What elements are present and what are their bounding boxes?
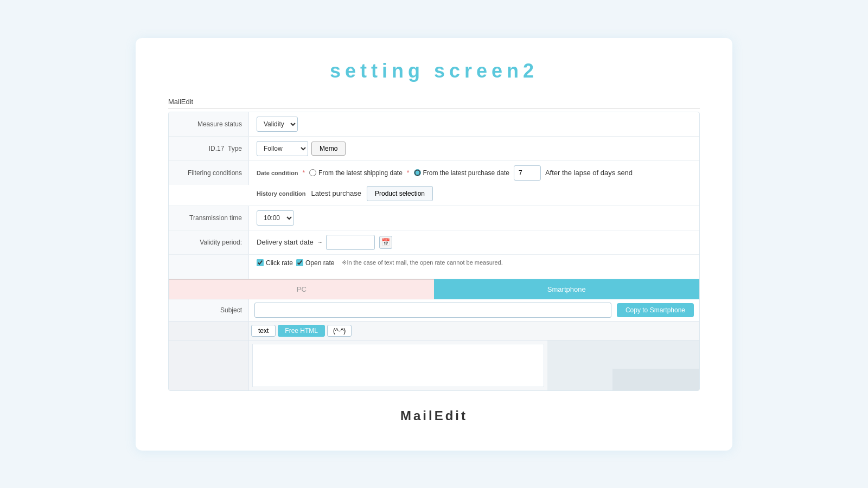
tilde: ~ <box>318 238 322 246</box>
editor-area <box>169 341 699 390</box>
bottom-label: MailEdit <box>168 408 700 423</box>
click-rate-label[interactable]: Click rate <box>257 259 293 267</box>
click-rate-text: Click rate <box>266 259 293 267</box>
measure-status-label: Measure status <box>169 112 249 136</box>
subject-label: Subject <box>169 299 249 321</box>
filtering-conditions-row: Filtering conditions Date condition * Fr… <box>169 161 699 206</box>
product-selection-button[interactable]: Product selection <box>367 186 433 201</box>
history-condition-label: History condition <box>257 190 305 197</box>
open-rate-note: ※In the case of text mail, the open rate… <box>342 259 502 266</box>
radio-purchase[interactable] <box>414 169 421 176</box>
radio-shipping[interactable] <box>309 169 316 176</box>
transmission-time-select[interactable]: 10:00 09:00 11:00 12:00 <box>257 210 294 226</box>
days-input[interactable] <box>514 165 541 181</box>
page-title: setting screen2 <box>168 60 700 82</box>
validity-end-input[interactable] <box>326 235 375 250</box>
id-type-content: Follow Newsletter Reminder Memo <box>249 137 699 160</box>
measure-status-content: Validity Invalid <box>249 112 699 136</box>
radio-shipping-label[interactable]: From the latest shipping date <box>309 169 403 177</box>
emoji-button[interactable]: (^-^) <box>327 325 352 337</box>
after-lapse-text: After the lapse of days send <box>545 169 633 177</box>
asterisk1: * <box>302 169 305 177</box>
latest-purchase-label: Latest purchase <box>311 189 361 197</box>
text-button[interactable]: text <box>251 325 276 337</box>
asterisk2: * <box>407 169 410 177</box>
validity-period-content: Delivery start date ~ 📅 <box>249 230 699 254</box>
id-type-row: ID.17 Type Follow Newsletter Reminder Me… <box>169 137 699 161</box>
editor-textarea[interactable] <box>252 344 544 387</box>
measure-status-select[interactable]: Validity Invalid <box>257 117 298 132</box>
id-label: ID.17 <box>209 145 225 152</box>
transmission-time-label: Transmission time <box>169 206 249 230</box>
copy-to-smartphone-button[interactable]: Copy to Smartphone <box>617 303 694 317</box>
rate-row: Click rate Open rate ※In the case of tex… <box>169 255 699 279</box>
rate-content: Click rate Open rate ※In the case of tex… <box>249 255 699 271</box>
click-rate-checkbox[interactable] <box>257 259 264 266</box>
delivery-start-date-label: Delivery start date <box>257 238 314 246</box>
date-condition-label: Date condition <box>257 170 298 176</box>
subject-input[interactable] <box>254 303 611 318</box>
filtering-conditions-label: Filtering conditions <box>169 161 249 185</box>
tab-bar: PC Smartphone <box>169 279 699 299</box>
editor-toolbar: text Free HTML (^-^) <box>169 322 699 341</box>
open-rate-checkbox[interactable] <box>296 259 303 266</box>
rate-label-empty <box>169 255 249 279</box>
form-panel: Measure status Validity Invalid ID.17 Ty… <box>168 112 700 391</box>
filtering-conditions-content: Date condition * From the latest shippin… <box>249 161 699 206</box>
validity-period-label: Validity period: <box>169 230 249 254</box>
open-rate-text: Open rate <box>305 259 334 267</box>
validity-period-row: Validity period: Delivery start date ~ 📅 <box>169 230 699 255</box>
radio-purchase-label[interactable]: From the latest purchase date <box>414 169 509 177</box>
type-label: Type <box>228 145 242 152</box>
calendar-icon[interactable]: 📅 <box>379 236 392 249</box>
tab-smartphone[interactable]: Smartphone <box>434 279 700 299</box>
id-type-label: ID.17 Type <box>169 137 249 160</box>
transmission-time-content: 10:00 09:00 11:00 12:00 <box>249 206 699 230</box>
transmission-time-row: Transmission time 10:00 09:00 11:00 12:0… <box>169 206 699 230</box>
measure-status-row: Measure status Validity Invalid <box>169 112 699 137</box>
open-rate-label[interactable]: Open rate <box>296 259 334 267</box>
subject-row: Subject Copy to Smartphone <box>169 299 699 322</box>
from-latest-purchase-text: From the latest purchase date <box>423 169 509 177</box>
from-latest-shipping-text: From the latest shipping date <box>318 169 403 177</box>
tab-pc[interactable]: PC <box>169 279 434 299</box>
section-label: MailEdit <box>168 98 700 108</box>
memo-button[interactable]: Memo <box>311 142 346 156</box>
free-html-button[interactable]: Free HTML <box>278 325 325 337</box>
type-select[interactable]: Follow Newsletter Reminder <box>257 141 308 156</box>
editor-left-panel <box>169 341 249 390</box>
